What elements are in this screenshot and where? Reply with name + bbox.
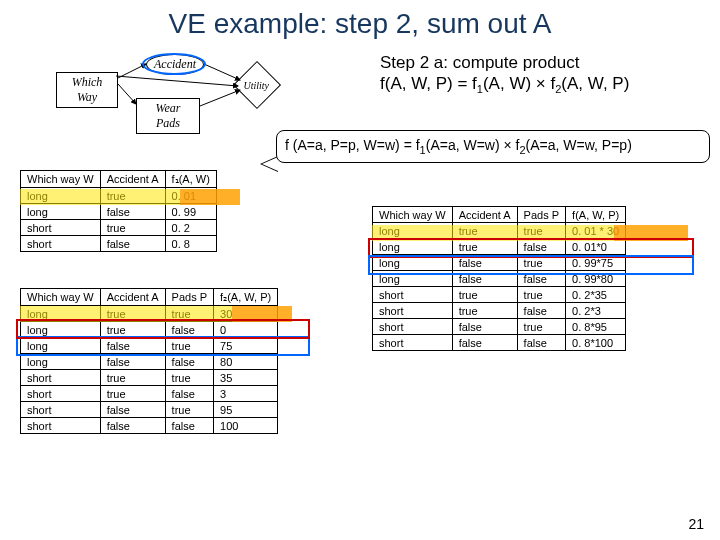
- cell: 0. 99: [165, 204, 216, 220]
- cell: 0. 2*3: [566, 303, 626, 319]
- cell: false: [452, 335, 517, 351]
- cell: short: [373, 303, 453, 319]
- t2-h0: Which way W: [21, 289, 101, 306]
- cell: short: [21, 402, 101, 418]
- cell: false: [100, 204, 165, 220]
- cell: false: [165, 418, 213, 434]
- table-f1: Which way WAccident Af₁(A, W) longtrue0.…: [20, 170, 217, 252]
- step-line2-pre: f(A, W, P) = f: [380, 74, 477, 93]
- speech-tail: [260, 156, 278, 172]
- cell: short: [373, 287, 453, 303]
- cell: true: [100, 370, 165, 386]
- step-description: Step 2 a: compute product f(A, W, P) = f…: [380, 52, 629, 97]
- cell: true: [165, 402, 213, 418]
- speech-bubble: f (A=a, P=p, W=w) = f1(A=a, W=w) × f2(A=…: [276, 130, 710, 163]
- cell: 0. 2: [165, 220, 216, 236]
- t1-h2: f₁(A, W): [165, 171, 216, 188]
- cell: short: [373, 335, 453, 351]
- cell: false: [100, 236, 165, 252]
- cell: 100: [214, 418, 278, 434]
- cell: 0. 8: [165, 236, 216, 252]
- cell: true: [165, 370, 213, 386]
- step-line2-post: (A, W, P): [561, 74, 629, 93]
- cell: 0. 8*95: [566, 319, 626, 335]
- page-number: 21: [688, 516, 704, 532]
- cell: 35: [214, 370, 278, 386]
- cell: 95: [214, 402, 278, 418]
- highlight-red-row: [16, 319, 310, 339]
- t1-h0: Which way W: [21, 171, 101, 188]
- cell: false: [452, 319, 517, 335]
- highlight-blue-row: [16, 336, 310, 356]
- cell: true: [100, 220, 165, 236]
- highlight-t3-blue: [368, 255, 694, 275]
- cell: true: [452, 303, 517, 319]
- t2-h1: Accident A: [100, 289, 165, 306]
- cell: true: [517, 287, 565, 303]
- cell: false: [100, 402, 165, 418]
- t2-h2: Pads P: [165, 289, 213, 306]
- node-whichway: Which Way: [56, 72, 118, 108]
- cell: 0. 8*100: [566, 335, 626, 351]
- cell: false: [517, 335, 565, 351]
- cell: false: [100, 418, 165, 434]
- step-line1: Step 2 a: compute product: [380, 53, 579, 72]
- slide-title: VE example: step 2, sum out A: [0, 0, 720, 46]
- speech-mid2: (A=a, W=w, P=p): [526, 137, 632, 153]
- cell: false: [165, 386, 213, 402]
- speech-pre: f (A=a, P=p, W=w) = f: [285, 137, 420, 153]
- cell: short: [373, 319, 453, 335]
- cell: false: [517, 303, 565, 319]
- node-utility: Utility: [233, 61, 281, 109]
- t1-h1: Accident A: [100, 171, 165, 188]
- cell: short: [21, 220, 101, 236]
- highlight-accident-oval: [142, 53, 206, 75]
- cell: true: [100, 386, 165, 402]
- t2-h3: f₂(A, W, P): [214, 289, 278, 306]
- t3-h2: Pads P: [517, 207, 565, 223]
- cell: true: [452, 287, 517, 303]
- step-line2-mid: (A, W) × f: [483, 74, 555, 93]
- cell: true: [517, 319, 565, 335]
- t3-h1: Accident A: [452, 207, 517, 223]
- t3-h0: Which way W: [373, 207, 453, 223]
- cell: 0. 2*35: [566, 287, 626, 303]
- cell: short: [21, 386, 101, 402]
- highlight-f1-val: [180, 189, 240, 205]
- speech-mid1: (A=a, W=w) × f: [426, 137, 520, 153]
- cell: short: [21, 236, 101, 252]
- cell: long: [21, 204, 101, 220]
- cell: short: [21, 370, 101, 386]
- t3-h3: f(A, W, P): [566, 207, 626, 223]
- node-wearpads: Wear Pads: [136, 98, 200, 134]
- cell: short: [21, 418, 101, 434]
- cell: 3: [214, 386, 278, 402]
